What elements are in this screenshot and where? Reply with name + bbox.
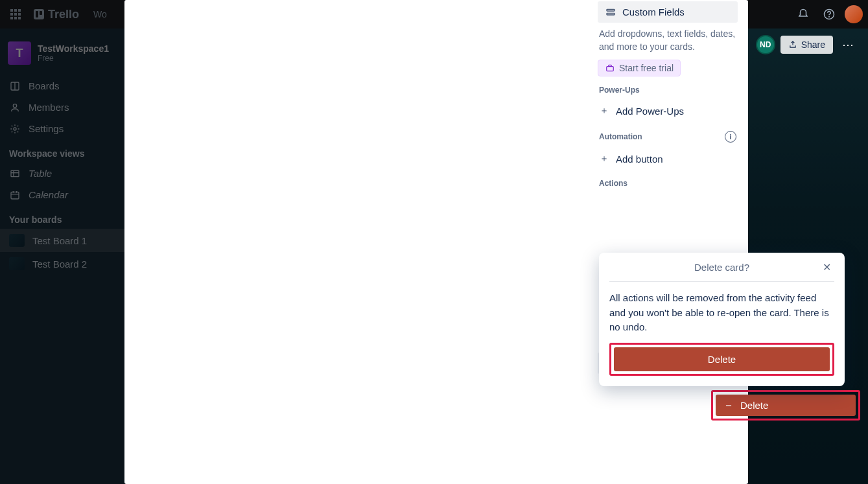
add-powerups-label: Add Power-Ups xyxy=(616,106,684,117)
board-member-avatar[interactable]: ND xyxy=(756,35,775,54)
briefcase-icon xyxy=(605,63,615,73)
confirm-delete-highlight: Delete xyxy=(609,343,834,376)
svg-rect-15 xyxy=(607,67,614,71)
delete-confirm-popover: Delete card? ✕ All actions will be remov… xyxy=(599,253,845,386)
custom-fields-description: Add dropdowns, text fields, dates, and m… xyxy=(599,28,736,53)
automation-heading-row: Automation i xyxy=(599,131,736,143)
plus-icon: ＋ xyxy=(599,153,609,165)
popover-title: Delete card? xyxy=(694,262,749,273)
delete-button-highlight: Delete xyxy=(711,390,860,421)
add-button-label: Add button xyxy=(616,154,663,165)
popover-body: All actions will be removed from the act… xyxy=(609,282,834,343)
powerups-heading: Power-Ups xyxy=(599,86,736,95)
minus-icon xyxy=(723,401,734,410)
actions-heading: Actions xyxy=(599,179,736,188)
board-menu-icon[interactable]: ⋯ xyxy=(838,34,858,56)
svg-rect-13 xyxy=(607,9,615,11)
plus-icon: ＋ xyxy=(599,105,609,117)
start-free-trial-button[interactable]: Start free trial xyxy=(598,60,681,76)
close-icon[interactable]: ✕ xyxy=(819,259,834,275)
add-powerups-button[interactable]: ＋ Add Power-Ups xyxy=(598,100,738,122)
svg-point-1 xyxy=(829,16,830,17)
board-share-button[interactable]: Share xyxy=(780,36,833,54)
custom-fields-label: Custom Fields xyxy=(622,6,685,17)
confirm-delete-button[interactable]: Delete xyxy=(614,347,830,371)
info-icon[interactable]: i xyxy=(725,131,736,143)
start-trial-label: Start free trial xyxy=(619,63,674,73)
custom-fields-icon xyxy=(605,7,616,17)
user-avatar[interactable] xyxy=(845,5,863,23)
custom-fields-button[interactable]: Custom Fields xyxy=(598,1,738,23)
automation-heading: Automation xyxy=(599,132,642,141)
delete-card-button[interactable]: Delete xyxy=(716,395,856,416)
card-detail-modal: Custom Fields Add dropdowns, text fields… xyxy=(124,0,748,484)
svg-rect-14 xyxy=(607,13,615,15)
notifications-icon[interactable] xyxy=(793,4,814,25)
add-automation-button[interactable]: ＋ Add button xyxy=(598,148,738,170)
delete-button-label: Delete xyxy=(740,400,768,411)
help-icon[interactable] xyxy=(819,4,839,25)
board-share-label: Share xyxy=(801,40,825,50)
